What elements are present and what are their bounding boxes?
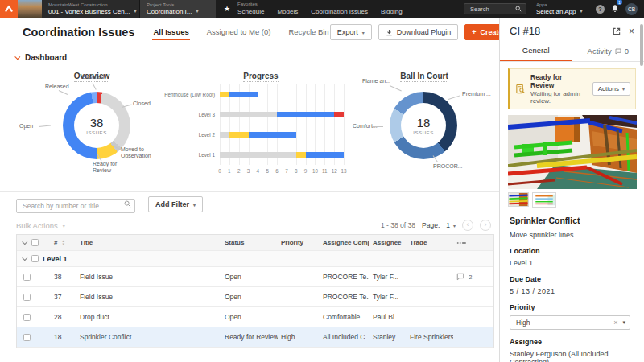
column-header-assignee[interactable]: Assignee (369, 239, 407, 246)
group-select-cell: Level 1 (17, 255, 493, 263)
open-in-new-icon[interactable] (613, 27, 621, 35)
x-tick-label: 3 (247, 168, 250, 174)
help-icon[interactable]: ? (596, 5, 605, 14)
assignee-company: All Included C... (320, 333, 369, 341)
collapse-group-chevron-icon[interactable] (22, 255, 27, 261)
activity-count: 0 (625, 47, 629, 56)
select-all-checkbox[interactable] (31, 239, 39, 246)
table-row-issue-37[interactable]: 37Field IssueOpenPROCORE Te...Tyler F... (17, 287, 493, 307)
bim-snapshot[interactable] (508, 115, 637, 189)
due-date-input[interactable]: 5 / 13 / 2021 (510, 287, 634, 295)
bar-row[interactable] (220, 145, 344, 165)
notifications-button[interactable]: 1 (611, 2, 619, 16)
prev-page-button[interactable]: ‹ (462, 220, 473, 231)
table-row-issue-38[interactable]: 38Field IssueOpenPROCORE Te...Tyler F...… (17, 267, 493, 287)
review-document-icon (515, 84, 526, 94)
group-checkbox[interactable] (31, 255, 39, 262)
ball-in-court-donut[interactable]: 18 ISSUES (390, 92, 457, 159)
download-plugin-button[interactable]: Download Plugin (378, 24, 459, 40)
project-selector[interactable]: MountainWest Construction 001 - Vortex B… (42, 0, 140, 18)
procore-logo[interactable] (0, 0, 18, 18)
nav-coordination-issues[interactable]: Coordination Issues (311, 8, 368, 15)
sort-icon[interactable]: ▲▼ (61, 240, 64, 246)
chevron-down-icon: ▾ (622, 86, 625, 92)
issue-number: 28 (51, 313, 76, 321)
table-row-issue-28[interactable]: 28Drop ductOpenComfortable ...Paul Bl... (17, 307, 493, 327)
progress-chart: Progress Penthouse (Low Roof)Level 3Leve… (173, 65, 349, 191)
leader-line (93, 83, 97, 89)
issue-title: Drop duct (76, 313, 221, 321)
x-tick-label: 2 (237, 168, 241, 174)
snapshot-thumbnail-1[interactable] (508, 192, 529, 207)
bulk-actions-button[interactable]: Bulk Actions ▾ (16, 221, 65, 230)
table-row-issue-18[interactable]: 18Sprinkler ConflictReady for ReviewHigh… (17, 327, 493, 348)
assignee-name: Stanley... (369, 333, 407, 341)
avatar[interactable]: CB (625, 3, 638, 15)
issue-fields: Sprinkler Conflict Move sprinkler lines … (500, 208, 644, 362)
page-select[interactable]: 1 ▾ (446, 221, 456, 229)
row-checkbox[interactable] (23, 274, 31, 281)
bulk-actions-row: Bulk Actions ▾ 1 - 38 of 38 Page: 1 ▾ ‹ … (0, 216, 499, 234)
column-header-num[interactable]: #▲▼ (51, 239, 76, 246)
column-header-priority[interactable]: Priority (278, 239, 320, 246)
export-button[interactable]: Export ▾ (330, 24, 372, 40)
nav-models[interactable]: Models (277, 8, 298, 15)
column-header-status[interactable]: Status (221, 239, 278, 246)
nav-bidding[interactable]: Bidding (381, 8, 402, 15)
search-input[interactable] (16, 199, 135, 213)
actions-button[interactable]: Actions ▾ (592, 82, 630, 96)
column-header-company[interactable]: Assignee Company (320, 239, 369, 246)
clear-icon[interactable]: × (613, 319, 617, 327)
column-settings-cell (453, 240, 493, 246)
chevron-down-icon: ▾ (134, 8, 136, 15)
global-search-input[interactable]: Search (464, 3, 526, 14)
tab-activity[interactable]: Activity 0 (572, 42, 644, 61)
bar-row[interactable] (220, 125, 344, 145)
scrollbar-thumb[interactable] (640, 24, 643, 66)
coordination-issues-app: MountainWest Construction 001 - Vortex B… (0, 0, 644, 362)
tab-all-issues[interactable]: All Issues (152, 24, 189, 40)
chevron-down-icon: ▾ (580, 8, 582, 15)
row-checkbox[interactable] (23, 334, 31, 341)
assignee-company: PROCORE Te... (320, 293, 369, 301)
add-filter-button[interactable]: Add Filter ▾ (148, 196, 203, 212)
tab-recycle-bin[interactable]: Recycle Bin (287, 24, 329, 40)
x-tick-label: 0 (218, 168, 221, 174)
row-checkbox[interactable] (23, 314, 31, 321)
page-label: Page: (422, 221, 440, 229)
next-page-button[interactable]: › (480, 220, 491, 231)
favorite-star-icon[interactable]: ★ (216, 0, 237, 18)
comments-cell: 2 (453, 273, 493, 281)
tab-assigned-to-me[interactable]: Assigned to Me (0) (206, 24, 272, 40)
top-navigation-bar: MountainWest Construction 001 - Vortex B… (0, 0, 644, 18)
download-icon (386, 29, 393, 36)
bar-row[interactable] (220, 105, 344, 125)
dashboard-toggle[interactable]: Dashboard (0, 49, 499, 65)
issue-detail-panel: CI #18 × General Activity 0 Ready for (499, 18, 644, 362)
tool-name: Coordination I... (147, 8, 192, 15)
snapshot-thumbnail-2[interactable] (532, 192, 556, 208)
expand-all-chevron-icon[interactable] (22, 239, 27, 245)
panel-scrollbar[interactable] (640, 21, 643, 359)
priority-select[interactable]: High × ▾ (510, 315, 630, 330)
apps-selector[interactable]: Apps Select an App▾ (533, 0, 591, 18)
nav-schedule[interactable]: Schedule (237, 8, 264, 15)
chevron-down-icon: ▾ (453, 223, 456, 228)
close-icon[interactable]: × (629, 27, 634, 35)
column-header-trade[interactable]: Trade (407, 239, 453, 246)
tool-selector[interactable]: Project Tools Coordination I...▾ (140, 0, 216, 18)
column-settings-icon[interactable] (456, 240, 466, 246)
row-checkbox[interactable] (23, 294, 31, 301)
column-header-title[interactable]: Title (76, 239, 221, 246)
tab-general[interactable]: General (500, 42, 572, 61)
bar-row[interactable] (220, 84, 344, 105)
chevron-down-icon[interactable]: ▾ (622, 319, 625, 326)
ball-in-court-title: Ball In Court (400, 72, 448, 82)
create-issue-button[interactable]: + Create Issue (464, 24, 499, 40)
group-row-level-1[interactable]: Level 1 (17, 251, 493, 267)
project-photo[interactable] (18, 0, 42, 18)
bar-segment-ready-for-review (296, 152, 306, 158)
status-banner: Ready for Review Waiting for admin revie… (508, 68, 636, 109)
x-tick-label: 10 (312, 168, 318, 174)
comment-count: 2 (469, 274, 472, 281)
